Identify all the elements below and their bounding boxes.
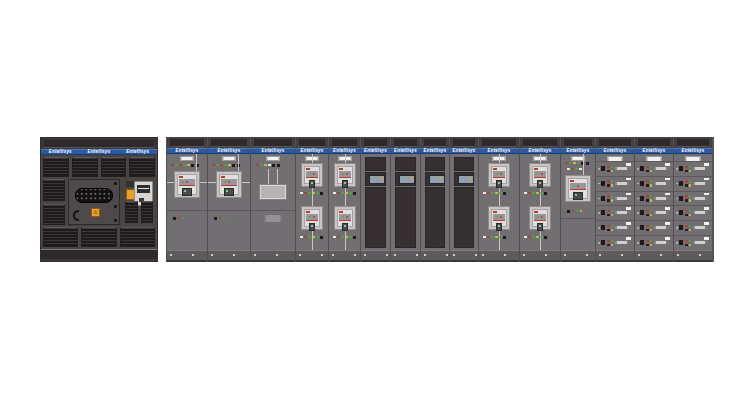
section-door[interactable]: [329, 154, 360, 250]
section-door[interactable]: [520, 154, 560, 250]
louver-panel: [125, 201, 138, 223]
drawer-handle[interactable]: [693, 197, 708, 200]
mcc-drawer[interactable]: [674, 161, 712, 176]
mcc-drawer[interactable]: [596, 235, 634, 250]
circuit-breaker-lower[interactable]: [488, 206, 510, 230]
drawer-handle[interactable]: [615, 211, 630, 214]
duct-inset: [453, 139, 475, 147]
perforated-door[interactable]: [425, 187, 445, 248]
drive-front: [393, 154, 418, 250]
plinth: [635, 250, 673, 262]
hmi-unit[interactable]: [425, 172, 445, 186]
drawer-handle[interactable]: [654, 182, 669, 185]
drawer-handle[interactable]: [615, 197, 630, 200]
mcc-drawer[interactable]: [635, 176, 673, 191]
duct-inset: [364, 139, 387, 147]
mcc-drawer[interactable]: [596, 161, 634, 176]
circuit-breaker-lower[interactable]: [334, 206, 356, 230]
mcc-drawer[interactable]: [674, 220, 712, 235]
perforated-door[interactable]: [395, 187, 416, 248]
mcc-drawer[interactable]: [635, 191, 673, 206]
brand-logo: Entellisys: [566, 149, 589, 153]
section-door[interactable]: [479, 154, 519, 250]
mcc-drawer[interactable]: [596, 176, 634, 191]
drawer-handle[interactable]: [693, 211, 708, 214]
mcc-drawer[interactable]: [674, 235, 712, 250]
section-door[interactable]: [251, 154, 295, 250]
dual-breaker-section-2: Entellisys: [328, 137, 360, 262]
duct-inset: [254, 139, 292, 147]
circuit-breaker-upper[interactable]: [301, 163, 323, 187]
breaker-display: [224, 188, 234, 196]
perforated-door[interactable]: [365, 187, 386, 248]
hmi-unit[interactable]: [365, 172, 386, 186]
circuit-breaker[interactable]: [216, 171, 242, 198]
door-screw: [114, 205, 117, 208]
mcc-drawer[interactable]: [635, 205, 673, 220]
mcc-drawer[interactable]: [596, 205, 634, 220]
mcc-drawer[interactable]: [635, 220, 673, 235]
upper-panel: [454, 157, 474, 171]
circuit-breaker-lower[interactable]: [301, 206, 323, 230]
indicator-lights-lower: [483, 235, 506, 239]
circuit-breaker[interactable]: [174, 171, 200, 198]
drawer-handle[interactable]: [693, 167, 708, 170]
breaker-face: [304, 166, 320, 184]
drawer-handle[interactable]: [654, 241, 669, 244]
mcc-drawer[interactable]: [674, 205, 712, 220]
drawer-handle[interactable]: [693, 226, 708, 229]
circuit-breaker-upper[interactable]: [488, 163, 510, 187]
upper-panel: [365, 157, 386, 171]
drawer-handle[interactable]: [615, 167, 630, 170]
circuit-breaker-upper[interactable]: [529, 163, 551, 187]
circuit-breaker-lower[interactable]: [529, 206, 551, 230]
louver-panel: [101, 157, 127, 177]
drawer-handle[interactable]: [654, 167, 669, 170]
brand-logo: Entellisys: [528, 149, 551, 153]
section-door[interactable]: [561, 154, 595, 250]
section-door[interactable]: [296, 154, 328, 250]
indicator-lights-2: [567, 167, 582, 171]
drawer-handle[interactable]: [615, 241, 630, 244]
cabinet-body: ⚠: [41, 155, 157, 249]
circuit-breaker-upper[interactable]: [334, 163, 356, 187]
drawer-handle[interactable]: [693, 241, 708, 244]
breaker-face: [491, 209, 507, 227]
breaker-face: [177, 174, 197, 195]
door-split-line: [167, 210, 207, 211]
drawer-handle[interactable]: [693, 182, 708, 185]
hmi-screen[interactable]: [458, 175, 474, 184]
drawer-indicator-lights: [685, 195, 691, 202]
mcc-drawer[interactable]: [674, 191, 712, 206]
plinth: [329, 250, 360, 262]
breaker-face: [219, 174, 239, 195]
drawer-handle[interactable]: [654, 211, 669, 214]
cabinet-top-duct: [41, 138, 157, 149]
hmi-cabinet-2: Entellisys: [390, 137, 420, 262]
plinth: [421, 250, 449, 262]
circuit-breaker[interactable]: [565, 175, 591, 202]
drawer-handle[interactable]: [654, 197, 669, 200]
perforated-door[interactable]: [454, 187, 474, 248]
mcc-drawer[interactable]: [674, 176, 712, 191]
hmi-unit[interactable]: [454, 172, 474, 186]
aux-panel: [265, 214, 282, 223]
brand-logo: Entellisys: [364, 149, 387, 153]
mcc-drawer[interactable]: [596, 191, 634, 206]
cabinet-door[interactable]: ⚠: [68, 179, 120, 225]
drawer-handle[interactable]: [615, 226, 630, 229]
louver-row-bottom: [43, 227, 155, 247]
breaker-display: [342, 223, 348, 231]
section-door[interactable]: [167, 154, 207, 250]
bus-duct: [208, 137, 250, 148]
door-handle[interactable]: [73, 210, 79, 221]
mcc-drawer[interactable]: [635, 235, 673, 250]
breaker-display: [342, 180, 348, 188]
section-door[interactable]: [208, 154, 250, 250]
mcc-drawer[interactable]: [635, 161, 673, 176]
drawer-handle[interactable]: [654, 226, 669, 229]
hmi-unit[interactable]: [395, 172, 416, 186]
hmi-screen[interactable]: [429, 175, 445, 184]
drawer-handle[interactable]: [615, 182, 630, 185]
mcc-drawer[interactable]: [596, 220, 634, 235]
